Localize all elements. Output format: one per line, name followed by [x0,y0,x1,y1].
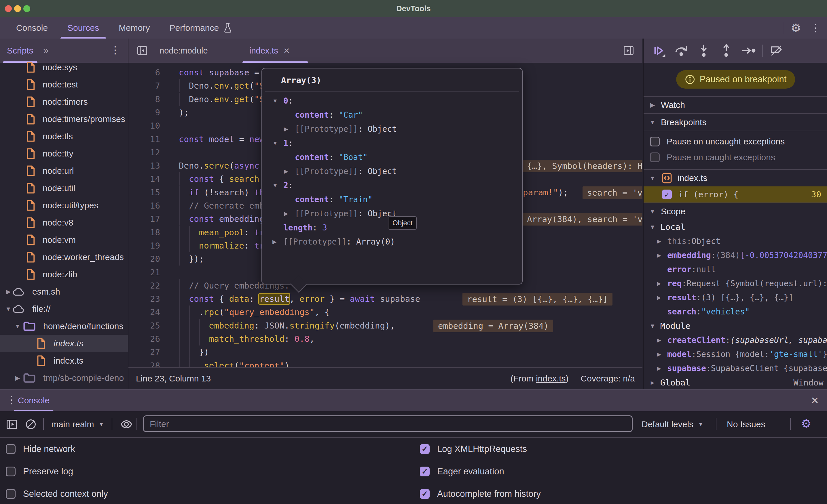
scope-var-this[interactable]: ▶this: Object [643,234,827,248]
line-number[interactable]: 7 [129,79,160,92]
expand-icon[interactable]: ▶ [657,294,667,301]
drawer-kebab-icon[interactable]: ⋮ [5,395,18,405]
tree-item-node-v8[interactable]: node:v8 [0,214,128,231]
line-number[interactable]: 11 [129,132,160,146]
minimize-traffic-light-icon[interactable] [14,5,21,12]
step-button[interactable] [737,39,760,63]
drawer-close-icon[interactable]: ✕ [811,390,819,411]
source-origin-link[interactable]: index.ts [536,374,566,383]
context-selector[interactable]: main realm▼ [51,411,104,437]
step-into-button[interactable] [692,39,715,63]
popup-row[interactable]: ▼2: [262,178,522,192]
line-number[interactable]: 10 [129,119,160,132]
tree-item-node-tty[interactable]: node:tty [0,145,128,162]
popup-row[interactable]: content: "Car" [262,108,522,122]
resume-script-button[interactable] [648,39,670,63]
tree-item-node-zlib[interactable]: node:zlib [0,266,128,283]
tree-item-tmp-sb-compile-deno[interactable]: ▶tmp/sb-compile-deno [0,370,128,387]
section-scope[interactable]: ▼Scope [643,203,827,220]
expand-icon[interactable]: ▶ [284,210,295,217]
toggle-debugger-panel-icon[interactable] [622,44,635,57]
popup-row[interactable]: ▶[[Prototype]]: Array(0) [262,235,522,249]
expand-icon[interactable]: ▶ [13,375,22,382]
more-options-kebab-icon[interactable]: ⋮ [809,23,822,33]
console-setting-autocomplete-from-history[interactable]: ✓Autocomplete from history [420,483,541,504]
tree-item-node-util-types[interactable]: node:util/types [0,197,128,214]
checkbox-box[interactable] [650,153,660,162]
expand-icon[interactable]: ▶ [649,102,656,108]
tree-item-node-util[interactable]: node:util [0,179,128,197]
scope-section-global[interactable]: ▶GlobalWindow [643,376,827,389]
tree-item-node-test[interactable]: node:test [0,76,128,93]
issues-counter[interactable]: No Issues [727,411,765,437]
expand-icon[interactable]: ▶ [657,280,667,287]
line-number[interactable]: 21 [129,266,160,279]
step-over-button[interactable] [670,39,692,63]
expand-icon[interactable]: ▶ [273,238,283,245]
line-number[interactable]: 25 [129,319,160,332]
log-levels-dropdown[interactable]: Default levels▼ [641,411,703,437]
line-number[interactable]: 18 [129,226,160,239]
tree-item-node-tls[interactable]: node:tls [0,128,128,145]
section-watch[interactable]: ▶Watch [643,97,827,113]
checkbox-box[interactable]: ✓ [420,444,430,454]
line-number[interactable]: 28 [129,359,160,367]
filter-input[interactable]: Filter [143,415,633,432]
expand-icon[interactable]: ▶ [657,351,667,357]
scope-var-model[interactable]: ▶model: Session {model: 'gte-small'} [643,347,827,361]
line-number[interactable]: 22 [129,279,160,292]
popup-row[interactable]: ▼0: [262,94,522,108]
collapse-icon[interactable]: ▼ [649,208,656,215]
collapse-icon[interactable]: ▼ [649,224,656,230]
settings-gear-icon[interactable]: ⚙ [791,22,801,34]
checkbox-box[interactable]: ✓ [420,489,430,499]
sidebar-kebab-icon[interactable]: ⋮ [108,45,122,55]
line-number[interactable]: 26 [129,332,160,345]
breakpoint-checkbox[interactable]: ✓ [662,189,672,200]
live-expression-eye-icon[interactable] [120,418,133,431]
expand-icon[interactable]: ▶ [649,379,656,386]
line-number[interactable]: 6 [129,66,160,79]
hovered-variable-highlight[interactable]: result [259,294,289,304]
checkbox-box[interactable] [6,489,15,499]
expand-icon[interactable]: ▶ [657,238,667,244]
expand-icon[interactable]: ▶ [284,168,295,175]
scope-var-error[interactable]: error: null [643,262,827,276]
editor-tab-node-module[interactable]: node:module [159,39,208,63]
line-number[interactable]: 27 [129,345,160,359]
step-out-button[interactable] [715,39,737,63]
tree-item-node-timers-promises[interactable]: node:timers/promises [0,110,128,128]
console-setting-selected-context-only[interactable]: Selected context only [6,483,108,504]
tree-item-node-worker-threads[interactable]: node:worker_threads [0,248,128,266]
clear-console-icon[interactable] [24,418,38,431]
deactivate-breakpoints-button[interactable] [765,39,787,63]
line-number[interactable]: 23 [129,292,160,305]
console-setting-log-xmlhttprequests[interactable]: ✓Log XMLHttpRequests [420,438,527,460]
scope-section-module[interactable]: ▼Module [643,319,827,333]
tree-item-index.ts[interactable]: index.ts [0,352,128,370]
line-number[interactable]: 19 [129,239,160,252]
checkbox-pause-on-caught-exceptions[interactable]: Pause on caught exceptions [643,149,827,165]
tree-item-home-deno-functions[interactable]: ▼home/deno/functions [0,318,128,335]
line-number[interactable]: 16 [129,199,160,212]
scope-var-embedding[interactable]: ▶embedding: (384) [-0.005370420403778553… [643,248,827,262]
checkbox-box[interactable] [650,136,660,147]
line-number[interactable]: 14 [129,172,160,185]
tab-performance[interactable]: Performance [159,17,242,39]
console-sidebar-toggle-icon[interactable] [5,418,18,431]
toggle-sidebar-icon[interactable] [136,44,149,57]
collapse-icon[interactable]: ▼ [273,140,283,147]
collapse-icon[interactable]: ▼ [649,119,656,126]
popup-row[interactable]: ▼1: [262,136,522,150]
editor-tab-index.ts[interactable]: index.ts✕ [249,39,290,63]
scope-var-search[interactable]: search: "vehicles" [643,304,827,319]
checkbox-box[interactable] [6,444,15,454]
collapse-icon[interactable]: ▼ [649,323,656,329]
checkbox-box[interactable] [6,466,15,477]
tree-item-node-url[interactable]: node:url [0,162,128,179]
line-number[interactable]: 12 [129,146,160,159]
expand-icon[interactable]: ▶ [657,365,667,372]
scope-section-local[interactable]: ▼Local [643,220,827,234]
console-setting-hide-network[interactable]: Hide network [6,438,75,460]
tab-memory[interactable]: Memory [109,17,159,39]
